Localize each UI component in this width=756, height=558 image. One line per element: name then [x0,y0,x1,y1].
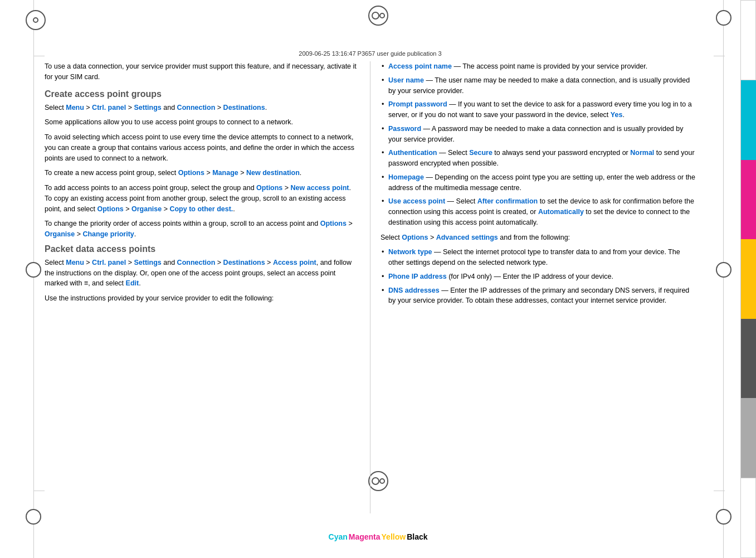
link-new-access-point[interactable]: New access point [291,184,349,192]
link-after-confirmation[interactable]: After confirmation [477,197,538,205]
link-manage[interactable]: Manage [212,169,238,177]
right-margin-line [723,0,724,558]
section1-para5: To add access points to an access point … [45,183,360,214]
link-options-1[interactable]: Options [178,169,204,177]
link-secure[interactable]: Secure [469,149,492,157]
section1-para2: Some applications allow you to use acces… [45,117,360,128]
link-user-name[interactable]: User name [388,76,424,84]
color-label-black: Black [407,532,427,541]
section2-para2: Use the instructions provided by your se… [45,293,360,304]
section1-para6: To change the priority order of access p… [45,219,360,240]
link-options-3[interactable]: Options [97,205,124,213]
right-tabs [740,0,756,558]
main-content: To use a data connection, your service p… [45,61,696,513]
bullet-password: Password — A password may be needed to m… [381,124,696,145]
section1-para1: Select Menu > Ctrl. panel > Settings and… [45,103,360,113]
link-copy-to-other-dest[interactable]: Copy to other dest. [169,205,233,213]
right-circle-mid [716,262,731,278]
bullet-homepage: Homepage — Depending on the access point… [381,172,696,193]
left-circle-top [26,10,46,30]
link-ctrl-panel-2[interactable]: Ctrl. panel [92,259,126,266]
right-line-bottom [714,491,725,491]
link-settings-2[interactable]: Settings [134,259,161,266]
link-connection-1[interactable]: Connection [177,104,216,111]
left-margin-line [33,0,34,558]
tab-magenta [740,160,756,239]
section1-para4: To create a new access point group, sele… [45,168,360,178]
left-line-top [33,56,45,56]
link-authentication[interactable]: Authentication [388,149,437,157]
link-options-adv[interactable]: Options [402,234,428,241]
link-settings-1[interactable]: Settings [134,104,161,111]
link-organise-2[interactable]: Organise [45,230,75,238]
tab-light-gray [740,398,756,477]
link-organise-1[interactable]: Organise [131,205,162,213]
link-prompt-password[interactable]: Prompt password [388,100,447,108]
link-yes[interactable]: Yes [611,111,623,119]
link-password[interactable]: Password [388,125,421,133]
advanced-settings-intro: Select Options > Advanced settings and f… [381,232,696,243]
link-options-4[interactable]: Options [320,220,347,227]
link-edit[interactable]: Edit [126,279,139,287]
right-bullets-1: Access point name — The access point nam… [381,61,696,228]
link-dns-addresses[interactable]: DNS addresses [388,287,440,294]
section1-para3: To avoid selecting which access point to… [45,132,360,163]
left-margin [0,0,45,558]
bullet-access-point-name: Access point name — The access point nam… [381,61,696,72]
section-title-create-ap-groups: Create access point groups [45,89,360,99]
page-meta-text: 2009-06-25 13:16:47 P3657 user guide pub… [299,50,441,57]
link-normal[interactable]: Normal [630,149,654,157]
link-ctrl-panel-1[interactable]: Ctrl. panel [92,104,126,111]
left-line-bottom [33,491,45,491]
link-use-access-point[interactable]: Use access point [388,197,445,205]
intro-paragraph: To use a data connection, your service p… [45,61,360,83]
link-destinations-1[interactable]: Destinations [223,104,265,111]
bullet-phone-ip-address: Phone IP address (for IPv4 only) — Enter… [381,271,696,282]
color-label-magenta: Magenta [349,532,381,541]
tab-dark-gray [740,319,756,398]
right-line-top [714,56,725,56]
tab-cyan [740,80,756,159]
bullet-authentication: Authentication — Select Secure to always… [381,148,696,169]
link-network-type[interactable]: Network type [388,248,432,256]
link-advanced-settings[interactable]: Advanced settings [436,234,498,241]
tab-white-2 [740,478,756,558]
link-connection-2[interactable]: Connection [177,259,216,266]
right-circle-top [716,10,731,26]
link-menu-1[interactable]: Menu [66,104,84,111]
link-access-point[interactable]: Access point [273,259,316,266]
link-new-destination[interactable]: New destination [246,169,300,177]
color-bar: Cyan Magenta Yellow Black [329,532,428,541]
section-title-packet-data: Packet data access points [45,244,360,254]
page-header: 2009-06-25 13:16:47 P3657 user guide pub… [45,50,696,57]
link-homepage[interactable]: Homepage [388,173,424,181]
tab-yellow [740,239,756,318]
top-circle-decoration [368,6,388,26]
left-circle-bottom [26,509,41,525]
bullet-dns-addresses: DNS addresses — Enter the IP addresses o… [381,285,696,307]
color-label-cyan: Cyan [329,532,348,541]
bullet-prompt-password: Prompt password — If you want to set the… [381,99,696,120]
bullet-use-access-point: Use access point — Select After confirma… [381,196,696,227]
color-label-yellow: Yellow [382,532,406,541]
section2-para1: Select Menu > Ctrl. panel > Settings and… [45,258,360,289]
tab-white-1 [740,0,756,80]
left-column: To use a data connection, your service p… [45,61,364,513]
top-circle-dot [379,13,385,18]
link-options-2[interactable]: Options [256,184,282,192]
circle-dot [33,17,38,23]
link-phone-ip-address[interactable]: Phone IP address [388,273,447,280]
bullet-user-name: User name — The user name may be needed … [381,75,696,96]
right-column: Access point name — The access point nam… [376,61,696,513]
right-margin [696,0,740,558]
link-menu-2[interactable]: Menu [66,259,84,266]
right-bullets-2: Network type — Select the internet proto… [381,247,696,306]
link-change-priority[interactable]: Change priority [82,230,134,238]
link-access-point-name[interactable]: Access point name [388,62,452,70]
column-divider [370,61,370,513]
link-automatically[interactable]: Automatically [538,208,584,216]
left-circle-mid [26,262,41,278]
right-circle-bottom [716,509,731,525]
link-destinations-2[interactable]: Destinations [223,259,265,266]
bullet-network-type: Network type — Select the internet proto… [381,247,696,268]
